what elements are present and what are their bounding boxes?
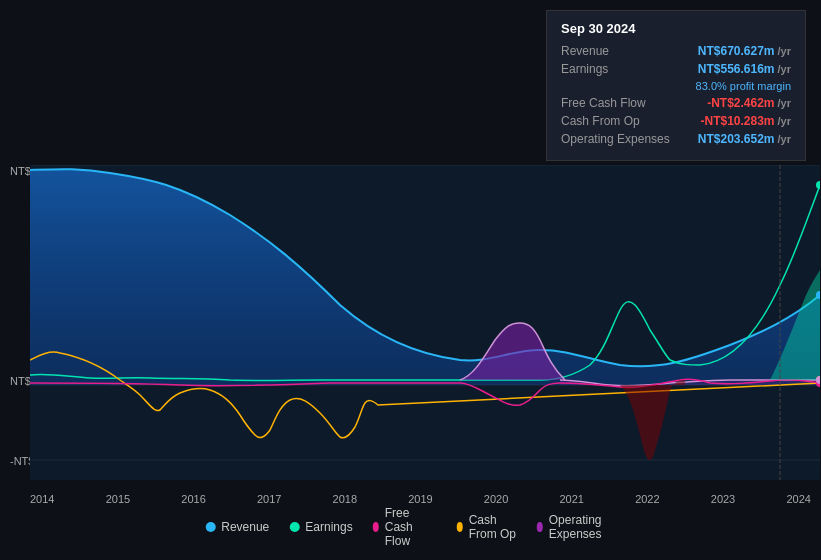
legend-label-fcf: Free Cash Flow: [385, 506, 437, 548]
tooltip-opex-value: NT$203.652m/yr: [698, 132, 791, 146]
tooltip-opex-label: Operating Expenses: [561, 132, 681, 146]
legend-label-earnings: Earnings: [305, 520, 352, 534]
legend-opex[interactable]: Operating Expenses: [537, 513, 616, 541]
x-label-2016: 2016: [181, 493, 205, 505]
tooltip-fcf-row: Free Cash Flow -NT$2.462m/yr: [561, 96, 791, 110]
legend-fcf[interactable]: Free Cash Flow: [373, 506, 437, 548]
tooltip-earnings-row: Earnings NT$556.616m/yr: [561, 62, 791, 76]
legend-label-cashop: Cash From Op: [469, 513, 517, 541]
tooltip-fcf-label: Free Cash Flow: [561, 96, 681, 110]
x-label-2021: 2021: [559, 493, 583, 505]
tooltip-revenue-value: NT$670.627m/yr: [698, 44, 791, 58]
chart-svg[interactable]: [30, 165, 820, 480]
tooltip-revenue-label: Revenue: [561, 44, 681, 58]
x-label-2019: 2019: [408, 493, 432, 505]
tooltip-cashop-value: -NT$10.283m/yr: [700, 114, 791, 128]
legend-label-revenue: Revenue: [221, 520, 269, 534]
legend-dot-opex: [537, 522, 543, 532]
x-label-2023: 2023: [711, 493, 735, 505]
tooltip-profit-margin-value: 83.0% profit margin: [696, 80, 791, 92]
x-label-2018: 2018: [333, 493, 357, 505]
x-label-2017: 2017: [257, 493, 281, 505]
x-label-2014: 2014: [30, 493, 54, 505]
legend-dot-earnings: [289, 522, 299, 532]
tooltip-date: Sep 30 2024: [561, 21, 791, 36]
chart-legend: Revenue Earnings Free Cash Flow Cash Fro…: [205, 506, 616, 548]
tooltip-fcf-value: -NT$2.462m/yr: [707, 96, 791, 110]
legend-dot-fcf: [373, 522, 379, 532]
x-labels: 2014 2015 2016 2017 2018 2019 2020 2021 …: [30, 493, 811, 505]
tooltip-opex-row: Operating Expenses NT$203.652m/yr: [561, 132, 791, 146]
x-label-2024: 2024: [786, 493, 810, 505]
legend-label-opex: Operating Expenses: [549, 513, 616, 541]
legend-earnings[interactable]: Earnings: [289, 520, 352, 534]
chart-container: Sep 30 2024 Revenue NT$670.627m/yr Earni…: [0, 0, 821, 560]
x-label-2020: 2020: [484, 493, 508, 505]
legend-dot-revenue: [205, 522, 215, 532]
tooltip-earnings-value: NT$556.616m/yr: [698, 62, 791, 76]
tooltip-cashop-row: Cash From Op -NT$10.283m/yr: [561, 114, 791, 128]
legend-dot-cashop: [457, 522, 463, 532]
tooltip-cashop-label: Cash From Op: [561, 114, 681, 128]
legend-cashop[interactable]: Cash From Op: [457, 513, 517, 541]
tooltip-revenue-row: Revenue NT$670.627m/yr: [561, 44, 791, 58]
tooltip-earnings-label: Earnings: [561, 62, 681, 76]
x-label-2022: 2022: [635, 493, 659, 505]
x-label-2015: 2015: [106, 493, 130, 505]
legend-revenue[interactable]: Revenue: [205, 520, 269, 534]
tooltip-profit-margin-row: 83.0% profit margin: [561, 80, 791, 92]
tooltip-panel: Sep 30 2024 Revenue NT$670.627m/yr Earni…: [546, 10, 806, 161]
